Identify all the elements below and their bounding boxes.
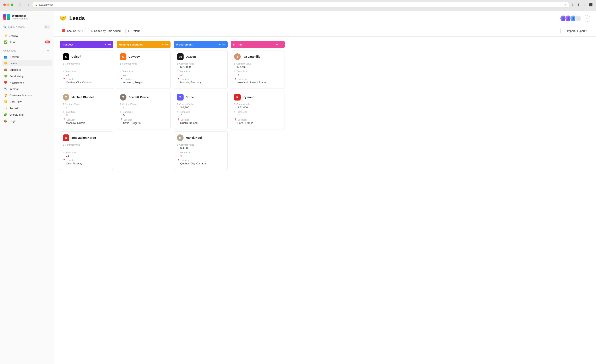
header-avatars: 👤 👤 👤 1 + (560, 15, 590, 22)
back-arrow[interactable]: ‹ (23, 3, 26, 7)
layout-button[interactable]: ⊞ Default (125, 28, 143, 34)
card-location-scarlett: 📍 Location Sofia, Bulgaria (120, 118, 167, 124)
browser-actions: ⬇ ⬆ ＋ ⬛ (572, 3, 593, 7)
column-more-button-prospect[interactable]: ⋯ (108, 42, 111, 47)
activity-label: Activity (9, 34, 18, 37)
location-icon-mahek: 📍 (177, 159, 180, 161)
sidebar-item-portfolio[interactable]: ✨ Portfolio (2, 105, 52, 111)
collections-add-button[interactable]: + (46, 49, 50, 53)
maximize-button[interactable] (11, 4, 13, 6)
sort-button[interactable]: ⇅ Sorted by Time Added (88, 28, 123, 34)
card-name-ida: Ida Jaramillo (243, 55, 261, 58)
card-dezeen[interactable]: de Dezeen $ Contract Value $ 23,000 # Te… (174, 50, 228, 89)
card-cowboy[interactable]: C Cowboy $ Contract Value - # Team Size … (117, 50, 171, 89)
dollar-icon-kymono: $ (234, 103, 235, 105)
column-add-button-prospect[interactable]: + (104, 42, 107, 47)
location-icon-ida: 📍 (234, 78, 237, 80)
collection-label-fundraising: Fundraising (9, 75, 24, 78)
column-header-in-trial: In Trial + ⋯ (231, 41, 285, 48)
column-add-button-procurement[interactable]: + (218, 42, 221, 47)
collection-label-suppliers: Suppliers (9, 68, 21, 71)
tabs-icon[interactable]: ⬛ (589, 3, 593, 7)
card-teamsize-value-dezeen: 14 (177, 73, 224, 76)
card-location-kymono: 📍 Location Paris, France (234, 118, 282, 124)
sidebar-item-deal-flow[interactable]: 💛 Deal Flow (2, 99, 52, 105)
forward-arrow[interactable]: › (27, 3, 30, 7)
card-name-cowboy: Cowboy (128, 55, 140, 58)
card-teamsize-value-stripe: 7 (177, 114, 224, 117)
dollar-icon-cowboy: $ (120, 62, 121, 65)
card-location-value-mitchell: Moscow, Russia (63, 121, 110, 124)
location-icon-innovasjon: 📍 (63, 159, 66, 161)
card-company-innovasjon: N Innovasjon Norge (63, 134, 110, 141)
sidebar-item-internal[interactable]: 🔧 Internal (2, 86, 52, 92)
collection-label-portfolio: Portfolio (9, 107, 19, 110)
column-more-button-in-trial[interactable]: ⋯ (279, 42, 283, 47)
sort-icon: ⇅ (91, 29, 93, 32)
close-button[interactable] (3, 4, 6, 6)
grid-icon-ida: # (234, 70, 235, 73)
column-add-button-in-trial[interactable]: + (276, 42, 278, 47)
reload-icon[interactable]: ↺ (564, 3, 566, 6)
card-mahek[interactable]: M Mahek Noel $ Contract Value $ 4,500 # … (174, 131, 228, 170)
url-bar[interactable]: 🔒 app.attio.com ↺ (32, 2, 569, 7)
download-icon[interactable]: ⬇ (572, 3, 574, 7)
column-more-button-procurement[interactable]: ⋯ (222, 42, 226, 47)
card-contract-kymono: $ Contract Value $ 51,000 (234, 103, 282, 109)
page-title-area: 🤝 Leads (60, 15, 85, 22)
card-contract-ubisoft: $ Contract Value - (63, 62, 110, 68)
sidebar-item-fundraising[interactable]: 💚 Fundraising (2, 73, 52, 79)
sidebar-item-leads[interactable]: 🤝 Leads (2, 60, 52, 66)
collections-label: Collections (3, 49, 16, 52)
quick-actions-bar[interactable]: 🔍 Quick Actions ⌘ K (0, 23, 54, 31)
card-location-ida: 📍 Location New York, United States (234, 78, 282, 84)
main-content: 🤝 Leads 👤 👤 👤 1 + Inbound 6 ▾ (54, 11, 596, 364)
add-member-button[interactable]: + (584, 15, 590, 22)
sidebar-item-customer-success[interactable]: 🏆 Customer Success (2, 92, 52, 98)
location-icon-stripe: 📍 (177, 118, 180, 121)
cards-area-procurement: de Dezeen $ Contract Value $ 23,000 # Te… (174, 50, 228, 360)
location-icon-ubisoft: 📍 (63, 78, 66, 80)
card-company-dezeen: de Dezeen (177, 53, 224, 60)
sidebar-toggle-icon[interactable]: ⬜ (17, 3, 21, 7)
card-location-dezeen: 📍 Location Munich, Germany (177, 78, 224, 84)
sidebar-item-legal[interactable]: 📦 Legal (2, 118, 52, 124)
card-stripe[interactable]: S Stripe $ Contract Value $ 6,200 # Team… (174, 91, 228, 129)
import-export-label: Import / Export (567, 29, 585, 32)
layout-icon: ⊞ (128, 29, 130, 32)
card-teamsize-cowboy: # Team Size 10 (120, 70, 167, 76)
new-tab-icon[interactable]: ＋ (583, 3, 586, 7)
sidebar-item-suppliers[interactable]: 📦 Suppliers (2, 67, 52, 73)
card-innovasjon[interactable]: N Innovasjon Norge $ Contract Value - # … (60, 131, 113, 170)
card-company-cowboy: C Cowboy (120, 53, 167, 60)
sidebar-item-network[interactable]: 👥 Network (2, 54, 52, 60)
collection-icon-leads: 🤝 (4, 62, 7, 65)
share-icon[interactable]: ⬆ (577, 3, 580, 7)
workspace-user: Nico Greenberg (12, 17, 28, 20)
collection-icon-legal: 📦 (4, 119, 7, 123)
inbound-filter-button[interactable]: Inbound 6 ▾ (60, 28, 86, 34)
card-teamsize-ubisoft: # Team Size 19 (63, 70, 110, 76)
card-mitchell[interactable]: M Mitchell Blundell $ Contract Value - #… (60, 91, 113, 129)
sidebar-item-tasks[interactable]: ✅ Tasks 10 (2, 39, 52, 45)
column-more-button-meeting-scheduled[interactable]: ⋯ (165, 42, 168, 47)
card-ida[interactable]: I Ida Jaramillo $ Contract Value $ 7,400… (231, 50, 285, 89)
sidebar-item-recruitment[interactable]: ❤️ Recruitment (2, 80, 52, 86)
sidebar-pin-icon[interactable]: ⊣ (48, 15, 50, 19)
sidebar-item-onboarding[interactable]: 🧩 Onboarding (2, 111, 52, 118)
column-actions-in-trial: + ⋯ (276, 42, 283, 47)
card-scarlett[interactable]: S Scarlett Pierce $ Contract Value - # T… (117, 91, 171, 129)
card-name-scarlett: Scarlett Pierce (128, 95, 149, 99)
card-ubisoft[interactable]: ⚙ Ubisoft $ Contract Value - # Team Size… (60, 50, 113, 89)
board-container: Prospect + ⋯ ⚙ Ubisoft $ Contract Value … (54, 36, 596, 364)
tasks-icon: ✅ (4, 40, 7, 44)
minimize-button[interactable] (7, 4, 9, 6)
cards-area-prospect: ⚙ Ubisoft $ Contract Value - # Team Size… (60, 50, 113, 360)
sidebar-item-activity[interactable]: ⚡ Activity (2, 32, 52, 39)
collection-label-customer-success: Customer Success (9, 94, 32, 97)
import-export-button[interactable]: ↔ Import / Export ▾ (560, 28, 590, 34)
card-kymono[interactable]: K Kymono $ Contract Value $ 51,000 # Tea… (231, 91, 285, 129)
column-add-button-meeting-scheduled[interactable]: + (161, 42, 164, 47)
card-location-value-kymono: Paris, France (234, 121, 282, 124)
location-icon-dezeen: 📍 (177, 78, 180, 80)
